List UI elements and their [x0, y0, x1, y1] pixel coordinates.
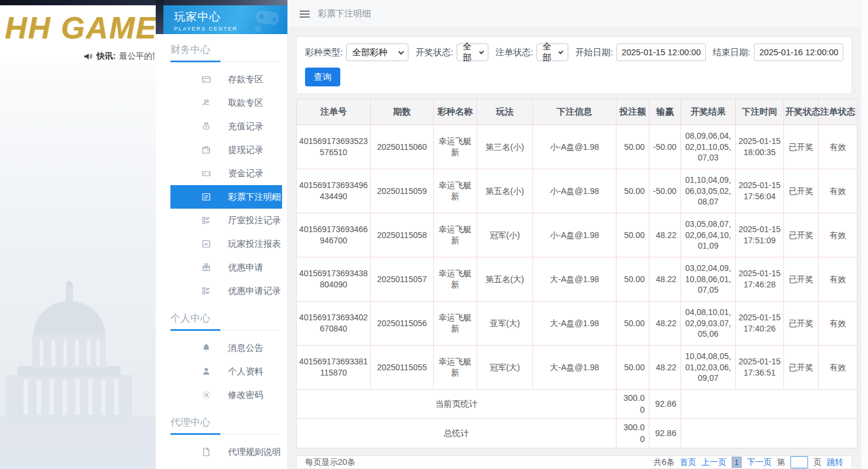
start-date-label: 开始日期: — [575, 47, 613, 58]
sidebar-item-player-bet-report[interactable]: 玩家投注报表 — [170, 232, 282, 256]
hamburger-menu-icon[interactable] — [300, 11, 310, 18]
section-divider — [170, 330, 279, 330]
table-cell: 01,10,04,09,06,03,05,02,08,07 — [681, 169, 736, 213]
sidebar-item-profile[interactable]: 个人资料 — [170, 360, 282, 383]
gridlist-icon — [202, 286, 211, 296]
table-cell: 48.22 — [649, 257, 681, 302]
table-cell: 50.00 — [616, 302, 649, 346]
page-title: 彩票下注明细 — [318, 8, 371, 19]
table-row: 40156917369343880409020250115057幸运飞艇新第五名… — [297, 257, 857, 302]
sidebar-item-label: 厅室投注记录 — [228, 215, 281, 226]
table-cell: 小-A盘@1.98 — [533, 169, 616, 213]
table-header-row: 注单号期数彩种名称玩法下注信息投注额输赢开奖结果下注时间开奖状态注单状态 — [297, 99, 857, 125]
table-cell: 亚军(大) — [477, 302, 533, 346]
page-size-text: 每页显示20条 — [305, 457, 356, 468]
sidebar-section-title: 个人中心 — [170, 311, 279, 325]
lottery-type-select[interactable]: 全部彩种 — [346, 43, 408, 61]
table-cell: 大-A盘@1.98 — [533, 346, 616, 390]
chevron-right-icon: › — [272, 191, 275, 203]
ticker-label: 快讯: — [96, 51, 116, 62]
next-page-link[interactable]: 下一页 — [747, 457, 772, 468]
table-cell: 已开奖 — [784, 169, 819, 213]
sidebar-item-change-password[interactable]: 修改密码 — [170, 383, 282, 407]
sidebar-item-promo-apply[interactable]: 优惠申请 — [170, 256, 282, 279]
sidebar-item-label: 存款专区 — [228, 74, 263, 85]
table-cell: 401569173693438804090 — [297, 257, 371, 302]
site-logo-band: HH GAME — [0, 5, 156, 50]
table-row: 40156917369338111587020250115055幸运飞艇新冠军(… — [297, 346, 857, 390]
end-date-input[interactable] — [754, 43, 843, 61]
column-header: 投注额 — [616, 99, 649, 125]
sidebar-section-title: 代理中心 — [170, 416, 279, 429]
table-cell: 401569173693381115870 — [297, 346, 371, 390]
news-ticker: 快讯: 最公平的博 — [0, 50, 156, 63]
lottery-type-value: 全部彩种 — [352, 47, 387, 58]
site-top-bar — [0, 0, 156, 5]
table-cell: 有效 — [819, 302, 857, 346]
sidebar-item-withdraw-zone[interactable]: 取款专区 — [170, 91, 282, 115]
main-topbar: 彩票下注明细 — [288, 0, 860, 28]
first-page-link[interactable]: 首页 — [680, 457, 696, 468]
summary-row: 总统计300.0092.86 — [297, 419, 857, 448]
sidebar-item-deposit-zone[interactable]: 存款专区 — [170, 68, 282, 91]
sidebar-item-fund-records[interactable]: 资金记录 — [170, 162, 282, 185]
page-scrollbar[interactable] — [860, 0, 868, 469]
summary-win-total: 92.86 — [649, 390, 681, 419]
main-content: 彩票下注明细 彩种类型: 全部彩种 开奖状态: 全部 注单状态: 全部 开始日期… — [288, 0, 860, 469]
query-button[interactable]: 查询 — [305, 68, 340, 86]
underlying-site: HH GAME 快讯: 最公平的博 — [0, 0, 156, 469]
bag-icon — [202, 122, 211, 131]
column-header: 下注信息 — [533, 99, 616, 125]
table-cell: 有效 — [819, 213, 857, 257]
site-logo: HH GAME — [5, 10, 156, 45]
sidebar-item-label: 提现记录 — [228, 145, 263, 156]
sidebar-item-withdraw-records[interactable]: 提现记录 — [170, 138, 282, 162]
sidebar-item-recharge-records[interactable]: 充值记录 — [170, 115, 282, 138]
table-cell: 03,02,04,09,10,08,06,01,07,05 — [681, 257, 736, 302]
jump-page-input[interactable] — [790, 456, 808, 468]
sidebar-item-agent-team-stats[interactable]: 代理团队统计 — [170, 464, 282, 469]
current-page-indicator[interactable]: 1 — [732, 457, 742, 468]
sidebar-item-label: 优惠申请 — [228, 262, 263, 273]
gear-icon — [202, 390, 211, 400]
column-header: 彩种名称 — [434, 99, 477, 125]
bell-icon — [202, 343, 211, 353]
prev-page-link[interactable]: 上一页 — [702, 457, 726, 468]
table-cell: 已开奖 — [784, 213, 819, 257]
sidebar-item-hall-bet-records[interactable]: 厅室投注记录 — [170, 209, 282, 232]
table-cell: 有效 — [819, 125, 857, 169]
draw-status-select[interactable]: 全部 — [457, 43, 488, 61]
chevron-down-icon — [398, 49, 404, 55]
bet-table: 注单号期数彩种名称玩法下注信息投注额输赢开奖结果下注时间开奖状态注单状态4015… — [296, 99, 857, 448]
bet-status-select[interactable]: 全部 — [537, 43, 568, 61]
sidebar-item-label: 优惠申请记录 — [228, 286, 281, 297]
sidebar-item-label: 资金记录 — [228, 168, 263, 179]
sidebar-item-label: 取款专区 — [228, 98, 263, 109]
sidebar-item-label: 玩家投注报表 — [228, 239, 281, 250]
table-cell: 50.00 — [616, 257, 649, 302]
start-date-input[interactable] — [616, 43, 706, 61]
gamepad-icon — [250, 9, 281, 32]
summary-empty-cell — [681, 390, 857, 419]
table-cell: 401569173693466946700 — [297, 213, 371, 257]
sidebar-item-agent-rules[interactable]: 代理规则说明 — [170, 440, 282, 464]
total-count-text: 共6条 — [653, 457, 675, 468]
bet-table-wrap: 注单号期数彩种名称玩法下注信息投注额输赢开奖结果下注时间开奖状态注单状态4015… — [296, 99, 852, 448]
capitol-illustration — [0, 140, 156, 469]
table-cell: 2025-01-15 17:46:28 — [736, 257, 784, 302]
table-cell: 已开奖 — [784, 346, 819, 390]
table-cell: 50.00 — [616, 346, 649, 390]
jump-button[interactable]: 跳转 — [827, 457, 843, 468]
draw-status-value: 全部 — [463, 41, 474, 63]
table-cell: 48.22 — [649, 346, 681, 390]
sidebar-item-messages[interactable]: 消息公告 — [170, 336, 282, 360]
sidebar-item-label: 个人资料 — [228, 366, 263, 377]
sidebar-item-promo-apply-records[interactable]: 优惠申请记录 — [170, 279, 282, 303]
table-cell: -50.00 — [649, 169, 681, 213]
table-cell: 幸运飞艇新 — [434, 346, 477, 390]
sidebar-section-title: 财务中心 — [170, 43, 279, 56]
table-cell: 20250115057 — [371, 257, 434, 302]
section-divider — [170, 434, 279, 434]
sidebar-item-lottery-bet-details[interactable]: 彩票下注明细› — [170, 185, 282, 209]
summary-empty-cell — [681, 419, 857, 448]
